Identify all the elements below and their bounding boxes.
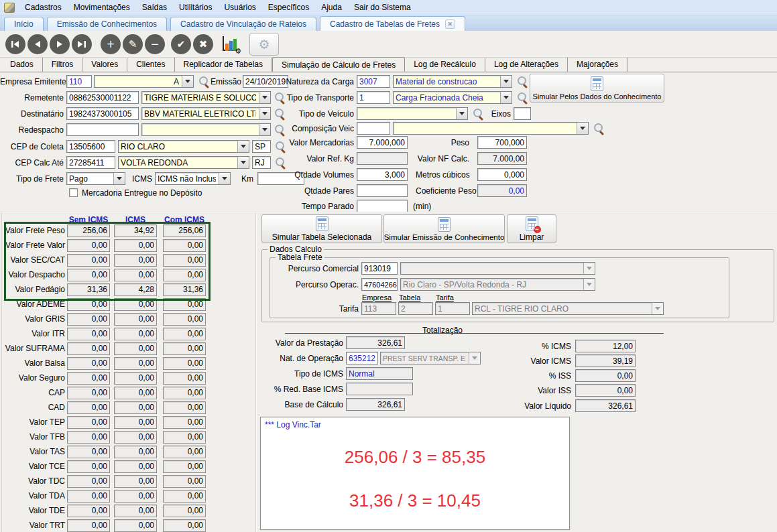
cep-coleta-city-combo[interactable]: RIO CLARO [118, 140, 249, 153]
destinatario-code-field[interactable]: 19824373000105 [66, 107, 139, 120]
search-icon[interactable] [593, 123, 605, 135]
confirm-button[interactable]: ✔ [171, 34, 191, 54]
cep-coleta-field[interactable]: 13505600 [66, 140, 115, 153]
chevron-down-icon[interactable] [577, 123, 588, 134]
table-row: Valor ITR 0,00 0,00 0,00 [0, 327, 213, 342]
value-cell-icms: 0,00 [114, 313, 157, 326]
chevron-down-icon[interactable] [219, 173, 230, 184]
metros-cubicos-field[interactable]: 0,000 [477, 168, 527, 181]
settings-button[interactable]: ⚙ [249, 33, 279, 56]
tab-emissao-conhecimentos[interactable]: Emissão de Conhecimentos [47, 17, 167, 31]
subtab-clientes[interactable]: Clientes [127, 58, 174, 72]
peso-field[interactable]: 700,000 [477, 136, 527, 149]
subtab-log-alteracoes[interactable]: Log de Alterações [485, 58, 568, 72]
qtdade-pares-label: Qtdade Pares [282, 185, 354, 197]
chevron-down-icon[interactable] [259, 124, 270, 135]
empresa-emitente-code-field[interactable]: 110 [66, 75, 92, 88]
table-row: Valor TRT 0,00 0,00 0,00 [0, 519, 213, 532]
search-icon[interactable] [198, 76, 211, 88]
nat-operacao-code-field[interactable]: 635212 [346, 352, 378, 364]
eixos-field[interactable] [514, 107, 531, 120]
entregue-deposito-checkbox[interactable] [69, 188, 78, 197]
natureza-carga-combo[interactable]: Material de construcao [393, 75, 512, 88]
remetente-combo[interactable]: TIGRE MATERIAIS E SOLUCOES PAR [141, 91, 271, 104]
cep-calc-ate-city-combo[interactable]: VOLTA REDONDA [118, 156, 249, 169]
tipo-transporte-combo[interactable]: Carga Fracionada Cheia [393, 91, 512, 104]
chevron-down-icon[interactable] [237, 157, 249, 168]
chevron-down-icon[interactable] [500, 92, 512, 103]
value-cell-sem-icms: 31,36 [67, 283, 110, 296]
chevron-down-icon[interactable] [259, 92, 270, 103]
tempo-parado-field[interactable] [357, 200, 408, 212]
cep-coleta-uf-field[interactable]: SP [252, 140, 271, 153]
cep-calc-ate-field[interactable]: 27285411 [66, 156, 115, 169]
chevron-down-icon[interactable] [113, 173, 125, 184]
chevron-down-icon[interactable] [182, 76, 193, 87]
subtab-filtros[interactable]: Filtros [43, 58, 83, 72]
percurso-comercial-code-field[interactable]: 913019 [361, 262, 398, 275]
tipo-veiculo-combo[interactable] [357, 107, 468, 120]
qtdade-volumes-field[interactable]: 3,000 [357, 168, 408, 181]
tab-vinculacao-rateios[interactable]: Cadastro de Vinculação de Rateios [170, 17, 316, 31]
previous-record-button[interactable] [27, 34, 48, 54]
chevron-down-icon[interactable] [456, 108, 467, 119]
row-label: Valor TDE [0, 506, 65, 515]
subtab-majoracoes[interactable]: Majorações [568, 58, 627, 72]
natureza-carga-code-field[interactable]: 3007 [357, 75, 390, 88]
tipo-transporte-code-field[interactable]: 1 [357, 91, 390, 104]
subtab-dados[interactable]: Dados [1, 58, 43, 72]
chevron-down-icon[interactable] [500, 76, 512, 87]
tipo-frete-combo[interactable]: Pago [66, 172, 125, 185]
close-icon[interactable]: ✕ [445, 19, 455, 29]
subtab-valores[interactable]: Valores [82, 58, 127, 72]
redespacho-combo[interactable] [141, 123, 271, 136]
destinatario-combo[interactable]: BBV MATERIAL ELETRICO LTDA ME [141, 107, 271, 120]
simular-tabela-selecionada-button[interactable]: Simular Tabela Selecionada [261, 214, 382, 243]
menu-cadastros[interactable]: Cadastros [19, 1, 68, 14]
menu-especificos[interactable]: Específicos [262, 1, 315, 14]
cancel-button[interactable]: ✖ [193, 34, 213, 54]
tab-tabelas-fretes[interactable]: Cadastro de Tabelas de Fretes ✕ [320, 16, 465, 31]
first-record-button[interactable] [5, 34, 25, 54]
cep-calc-ate-uf-field[interactable]: RJ [252, 156, 271, 169]
search-icon[interactable] [473, 108, 485, 120]
subtab-log-recalculo[interactable]: Log de Recálculo [405, 58, 485, 72]
groupbox-legend: Tabela Frete [276, 253, 324, 262]
remetente-code-field[interactable]: 08862530001122 [66, 91, 139, 104]
redespacho-code-field[interactable] [66, 123, 139, 136]
chart-icon[interactable]: ⚙ [221, 36, 240, 54]
composicao-veic-code-field[interactable] [357, 122, 390, 135]
chevron-down-icon[interactable] [237, 141, 249, 152]
menu-ajuda[interactable]: Ajuda [315, 1, 348, 14]
composicao-veic-combo[interactable] [393, 122, 589, 135]
qtdade-pares-field[interactable] [357, 184, 408, 197]
menu-sair[interactable]: Sair do Sistema [348, 1, 417, 14]
menu-movimentacoes[interactable]: Movimentações [68, 1, 136, 14]
menu-saidas[interactable]: Saídas [136, 1, 173, 14]
edit-button[interactable]: ✎ [123, 34, 143, 54]
next-record-button[interactable] [50, 34, 70, 54]
subtab-replicador[interactable]: Replicador de Tabelas [175, 58, 273, 72]
icms-combo[interactable]: ICMS não Incluso [155, 172, 231, 185]
subtab-simulacao-calculo[interactable]: Simulação de Cálculo de Fretes [272, 57, 405, 72]
limpar-button[interactable]: − Limpar [507, 214, 556, 243]
empresa-emitente-combo[interactable]: A [94, 75, 194, 88]
simular-dados-conhecimento-button[interactable]: Simular Pelos Dados do Conhecimento [530, 74, 664, 103]
search-icon[interactable] [517, 92, 529, 104]
value-cell-sem-icms: 0,00 [67, 357, 110, 370]
menu-usuarios[interactable]: Usuários [218, 1, 261, 14]
valor-mercadorias-field[interactable]: 7.000,000 [357, 136, 408, 149]
delete-button[interactable]: − [145, 34, 165, 54]
chart-bar-orange [225, 44, 229, 51]
simular-emissao-conhecimento-button[interactable]: Simular Emissão de Conhecimento [383, 214, 505, 243]
percurso-operac-code-field[interactable]: 47604266 [361, 278, 398, 291]
add-button[interactable]: + [101, 34, 121, 54]
menu-utilitarios[interactable]: Utilitários [173, 1, 218, 14]
search-icon[interactable] [517, 76, 529, 88]
tab-inicio[interactable]: Início [4, 17, 44, 31]
row-label: Valor GRIS [0, 314, 65, 324]
value-cell-sem-icms: 0,00 [67, 387, 110, 399]
chevron-down-icon[interactable] [259, 108, 270, 119]
last-record-button[interactable] [72, 34, 92, 54]
log-panel[interactable]: *** Log Vinc.Tar 256,06 / 3 = 85,35 31,3… [260, 417, 570, 530]
